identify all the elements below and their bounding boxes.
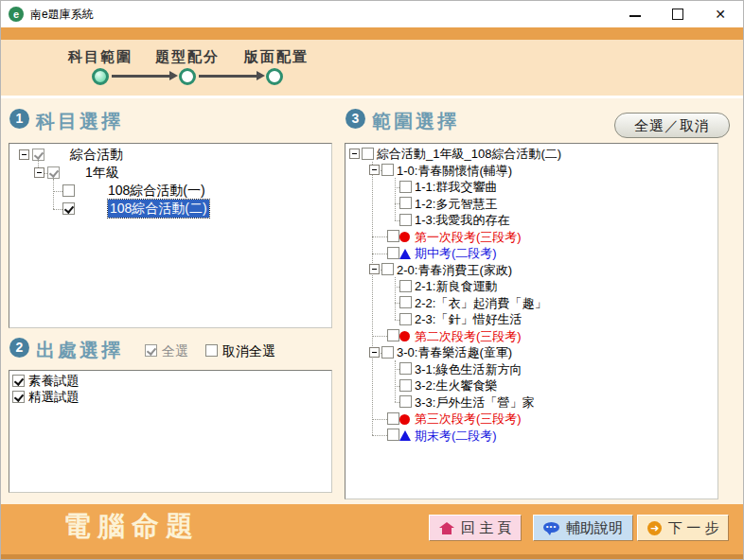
tree-checkbox[interactable]	[399, 214, 412, 226]
expand-minus-box[interactable]	[369, 264, 380, 274]
select-all-checkbox[interactable]	[145, 344, 157, 357]
tree-checkbox[interactable]	[387, 230, 399, 242]
tree-row[interactable]: 3-3:戶外生活「營」家	[345, 394, 717, 411]
tree-checkbox[interactable]	[387, 429, 399, 441]
tree-checkbox[interactable]	[32, 149, 44, 161]
step-circle-2[interactable]	[179, 68, 196, 85]
next-step-button[interactable]: ➜ 下 一 步	[637, 515, 729, 541]
brand-title: 電腦命題	[63, 508, 200, 546]
tree-item-label[interactable]: 108綜合活動(一)	[108, 182, 205, 200]
tree-item-label[interactable]: 第一次段考(三段考)	[415, 229, 522, 246]
tree-checkbox[interactable]	[399, 296, 412, 308]
tree-item-label[interactable]: 1年級	[85, 164, 119, 182]
tree-connector	[372, 254, 387, 254]
tree-row[interactable]: 第三次段考(三段考)	[345, 411, 717, 428]
section-2-number: 2	[9, 338, 29, 358]
tree-item-label[interactable]: 3-2:生火饗食樂	[415, 377, 497, 394]
tree-row[interactable]: 1-0:青春關懷情(輔導)	[345, 163, 717, 180]
tree-row[interactable]: 108綜合活動(一)	[9, 182, 331, 200]
tree-checkbox[interactable]	[399, 362, 412, 375]
tree-checkbox[interactable]	[399, 280, 412, 292]
tree-checkbox[interactable]	[399, 379, 412, 392]
tree-row[interactable]: 2-0:青春消費王(家政)	[345, 262, 717, 279]
step-circle-1-active[interactable]	[92, 68, 109, 85]
subject-tree: 綜合活動1年級108綜合活動(一)108綜合活動(二)	[9, 143, 332, 328]
tree-checkbox[interactable]	[62, 202, 75, 215]
tree-checkbox[interactable]	[381, 164, 394, 176]
tree-checkbox[interactable]	[387, 329, 399, 341]
tree-row[interactable]: 期中考(二段考)	[345, 245, 717, 262]
tree-checkbox[interactable]	[387, 247, 399, 259]
deselect-all-checkbox[interactable]	[205, 344, 218, 357]
tree-row[interactable]: 綜合活動_1年級_108綜合活動(二)	[345, 146, 717, 163]
tree-row[interactable]: 1-1:群我交響曲	[345, 179, 717, 196]
deselect-all-label[interactable]: 取消全選	[222, 343, 275, 360]
tree-row[interactable]: 2-2:「衣」起消費「趣」	[345, 295, 717, 312]
expand-minus-box[interactable]	[19, 149, 29, 160]
list-item-checkbox[interactable]	[12, 375, 25, 387]
tree-item-label[interactable]: 2-1:新良食運動	[415, 278, 497, 295]
select-all-label[interactable]: 全選	[162, 343, 188, 360]
tree-row[interactable]: 3-0:青春樂活趣(童軍)	[345, 344, 717, 361]
tree-checkbox[interactable]	[399, 395, 412, 408]
title-bar: e 南e題庫系統 ✕	[1, 1, 743, 27]
tree-item-label[interactable]: 1-2:多元智慧王	[415, 196, 497, 213]
tree-row[interactable]: 2-3:「針」惜好生活	[345, 311, 717, 328]
tree-row[interactable]: 第二次段考(三段考)	[345, 328, 717, 345]
expand-minus-box[interactable]	[349, 149, 360, 159]
expand-minus-box[interactable]	[369, 347, 380, 358]
tree-row[interactable]: 1-2:多元智慧王	[345, 196, 717, 213]
wizard-steps-bar: 科目範圍 題型配分 版面配置	[1, 40, 743, 98]
tree-item-label[interactable]: 期中考(二段考)	[415, 245, 497, 262]
close-button[interactable]: ✕	[704, 1, 736, 27]
minimize-button[interactable]	[619, 1, 651, 27]
tree-item-label[interactable]: 3-3:戶外生活「營」家	[415, 394, 534, 411]
tree-item-label[interactable]: 1-3:我愛我的存在	[415, 212, 509, 229]
maximize-button[interactable]	[662, 1, 694, 27]
expand-minus-box[interactable]	[369, 165, 380, 175]
list-item[interactable]: 素養試題	[9, 373, 331, 389]
tree-checkbox[interactable]	[381, 346, 394, 359]
tree-item-label[interactable]: 綜合活動_1年級_108綜合活動(二)	[377, 146, 561, 163]
close-icon: ✕	[704, 1, 736, 27]
tree-item-label[interactable]: 第三次段考(三段考)	[415, 411, 522, 428]
tree-row[interactable]: 108綜合活動(二)	[9, 200, 331, 218]
tree-row[interactable]: 1-3:我愛我的存在	[345, 212, 717, 229]
tree-checkbox[interactable]	[47, 166, 60, 179]
tree-checkbox[interactable]	[399, 197, 412, 209]
tree-checkbox[interactable]	[381, 263, 394, 275]
home-button[interactable]: 回 主 頁	[429, 515, 522, 541]
tree-row[interactable]: 3-1:綠色生活新方向	[345, 361, 717, 378]
tree-item-label[interactable]: 2-3:「針」惜好生活	[415, 311, 522, 328]
tree-checkbox[interactable]	[399, 181, 412, 193]
tree-item-label[interactable]: 1-0:青春關懷情(輔導)	[397, 163, 512, 180]
tree-row[interactable]: 2-1:新良食運動	[345, 278, 717, 295]
tree-item-label[interactable]: 3-1:綠色生活新方向	[415, 361, 522, 378]
tree-row[interactable]: 第一次段考(三段考)	[345, 229, 717, 246]
tree-checkbox[interactable]	[62, 184, 75, 197]
top-accent-strip	[1, 27, 743, 40]
tree-row[interactable]: 綜合活動	[9, 146, 331, 164]
tree-item-label[interactable]: 2-2:「衣」起消費「趣」	[415, 295, 546, 312]
expand-minus-box[interactable]	[34, 167, 44, 178]
tree-item-label[interactable]: 108綜合活動(二)	[108, 200, 209, 218]
tree-item-label[interactable]: 3-0:青春樂活趣(童軍)	[397, 344, 512, 361]
tree-checkbox[interactable]	[362, 148, 374, 160]
list-item-checkbox[interactable]	[12, 391, 25, 403]
step-circle-3[interactable]	[266, 68, 283, 85]
tree-row[interactable]: 3-2:生火饗食樂	[345, 377, 717, 394]
tree-row[interactable]: 期末考(二段考)	[345, 428, 717, 445]
tree-item-label[interactable]: 綜合活動	[70, 146, 123, 164]
list-item-label[interactable]: 素養試題	[28, 373, 80, 389]
help-button[interactable]: ••• 輔助說明	[533, 515, 633, 541]
tree-item-label[interactable]: 第二次段考(三段考)	[415, 328, 522, 345]
tree-checkbox[interactable]	[399, 313, 412, 325]
tree-checkbox[interactable]	[387, 412, 399, 425]
tree-item-label[interactable]: 2-0:青春消費王(家政)	[397, 262, 512, 279]
tree-item-label[interactable]: 1-1:群我交響曲	[415, 179, 497, 196]
select-all-toggle-button[interactable]: 全選／取消	[614, 113, 730, 138]
list-item-label[interactable]: 精選試題	[28, 389, 80, 405]
tree-item-label[interactable]: 期末考(二段考)	[415, 428, 497, 445]
tree-row[interactable]: 1年級	[9, 164, 331, 182]
list-item[interactable]: 精選試題	[9, 389, 331, 405]
